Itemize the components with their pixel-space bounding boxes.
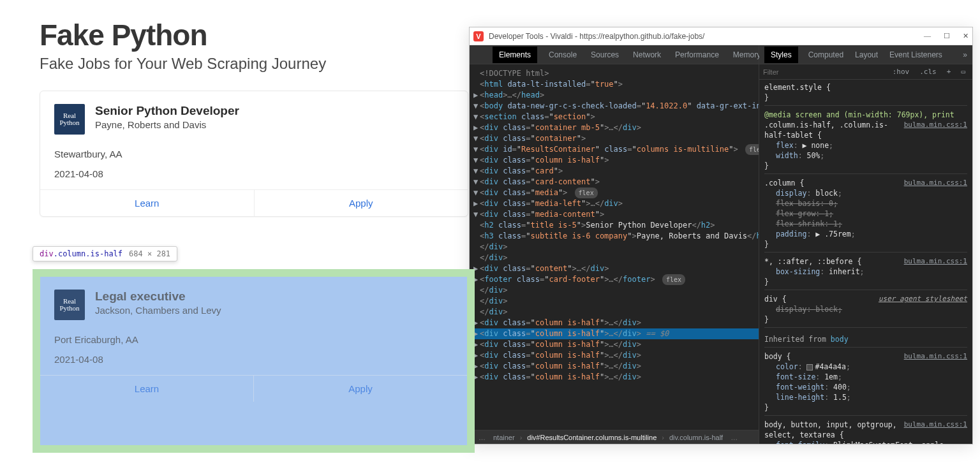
dom-line[interactable]: ▶<div class="column is-half">…</div> <box>473 350 759 361</box>
dom-line[interactable]: ▼<body data-new-gr-c-s-check-loaded="14.… <box>473 101 759 112</box>
tab-computed[interactable]: Computed <box>807 47 845 63</box>
dom-line[interactable]: </div> <box>473 253 759 263</box>
dom-line[interactable]: ▼<div class="column is-half"> <box>473 155 759 166</box>
learn-link[interactable]: Learn <box>40 376 253 402</box>
dom-line[interactable]: </div> <box>473 307 759 318</box>
dom-line[interactable]: ▶<div class="container mb-5">…</div> <box>473 122 759 133</box>
dom-tree[interactable]: <!DOCTYPE html><html data-lt-installed="… <box>470 64 759 430</box>
tab-more[interactable]: » <box>963 50 967 59</box>
dom-line[interactable]: ▶<div class="column is-half">…</div> <box>473 318 759 328</box>
job-date: 2021-04-08 <box>54 168 454 179</box>
tab-performance[interactable]: Performance <box>672 47 722 63</box>
job-company: Payne, Roberts and Davis <box>95 119 239 130</box>
dom-line[interactable]: ▼<div class="container"> <box>473 133 759 144</box>
dom-line[interactable]: <!DOCTYPE html> <box>473 68 759 79</box>
company-logo: Real Python <box>54 104 85 135</box>
devtools-top-tabs: Elements Console Sources Network Perform… <box>470 45 759 64</box>
dom-line[interactable]: ▼<section class="section"> <box>473 112 759 122</box>
job-title: Senior Python Developer <box>95 104 239 118</box>
dom-line[interactable]: ▶<div class="column is-half">…</div> <box>473 361 759 372</box>
tab-event-listeners[interactable]: Event Listeners <box>888 47 944 63</box>
apply-link[interactable]: Apply <box>254 190 468 216</box>
dom-line[interactable]: </div> <box>473 296 759 307</box>
cls-toggle[interactable]: .cls <box>916 67 940 77</box>
tab-elements[interactable]: Elements <box>493 47 537 63</box>
dom-line[interactable]: </div> <box>473 285 759 296</box>
dom-line[interactable]: ▶<div class="column is-half">…</div> == … <box>473 328 759 339</box>
learn-link[interactable]: Learn <box>40 190 254 216</box>
dom-breadcrumb[interactable]: … ntainer› div#ResultsContainer.columns.… <box>470 430 759 444</box>
job-card: Real Python Senior Python Developer Payn… <box>40 91 468 217</box>
card-footer: Learn Apply <box>40 189 468 216</box>
close-button[interactable]: ✕ <box>963 32 969 40</box>
job-location: Port Ericaburgh, AA <box>54 334 453 345</box>
dom-line[interactable]: <h3 class="subtitle is-6 company">Payne,… <box>473 231 759 242</box>
apply-link[interactable]: Apply <box>253 376 467 402</box>
styles-sidebar-icon[interactable]: ▭ <box>958 67 969 77</box>
job-date: 2021-04-08 <box>54 354 453 365</box>
tab-styles[interactable]: Styles <box>764 47 798 63</box>
vivaldi-icon: V <box>473 31 484 41</box>
maximize-button[interactable]: ☐ <box>944 32 950 40</box>
hov-toggle[interactable]: :hov <box>889 67 913 77</box>
job-location: Stewartbury, AA <box>54 149 454 159</box>
styles-panel[interactable]: element.style {}@media screen and (min-w… <box>759 80 972 444</box>
dom-line[interactable]: ▶<div class="content">…</div> <box>473 263 759 274</box>
dom-line[interactable]: ▼<div class="media-content"> <box>473 209 759 220</box>
tab-memory[interactable]: Memory <box>731 47 763 63</box>
dom-line[interactable]: ▼<div class="media"> flex <box>473 187 759 198</box>
dom-line[interactable]: ▼<div id="ResultsContainer" class="colum… <box>473 144 759 155</box>
dom-line[interactable]: <h2 class="title is-5">Senior Python Dev… <box>473 220 759 231</box>
dom-line[interactable]: ▼<div class="card"> <box>473 166 759 177</box>
dom-line[interactable]: ▶<div class="media-left">…</div> <box>473 198 759 209</box>
job-company: Jackson, Chambers and Levy <box>95 305 221 316</box>
dom-line[interactable]: <html data-lt-installed="true"> <box>473 79 759 90</box>
new-rule-button[interactable]: + <box>944 67 954 77</box>
element-hover-tooltip: div.column.is-half 684 × 281 <box>33 246 177 261</box>
dom-line[interactable]: ▶<div class="column is-half">…</div> <box>473 339 759 350</box>
dom-line[interactable]: ▶<head>…</head> <box>473 90 759 101</box>
tab-console[interactable]: Console <box>546 47 579 63</box>
styles-tabs: Styles Computed Layout Event Listeners » <box>759 45 972 64</box>
styles-filter-input[interactable] <box>763 68 886 76</box>
job-title: Legal executive <box>95 290 221 304</box>
tab-layout[interactable]: Layout <box>854 47 879 63</box>
dom-line[interactable]: ▶<footer class="card-footer">…</footer> … <box>473 274 759 285</box>
devtools-window: V Developer Tools - Vivaldi - https://re… <box>469 27 973 444</box>
job-card-highlighted: Real Python Legal executive Jackson, Cha… <box>40 277 467 402</box>
tab-network[interactable]: Network <box>630 47 664 63</box>
dom-line[interactable]: </div> <box>473 242 759 253</box>
page-subtitle: Fake Jobs for Your Web Scraping Journey <box>40 55 472 73</box>
company-logo: Real Python <box>54 290 85 320</box>
minimize-button[interactable]: — <box>924 32 931 40</box>
dom-line[interactable]: ▼<div class="card-content"> <box>473 177 759 187</box>
window-titlebar[interactable]: V Developer Tools - Vivaldi - https://re… <box>470 27 972 45</box>
page-title: Fake Python <box>40 18 472 52</box>
card-footer: Learn Apply <box>40 375 467 402</box>
window-title: Developer Tools - Vivaldi - https://real… <box>489 32 704 41</box>
tab-sources[interactable]: Sources <box>588 47 621 63</box>
dom-line[interactable]: ▶<div class="column is-half">…</div> <box>473 372 759 383</box>
